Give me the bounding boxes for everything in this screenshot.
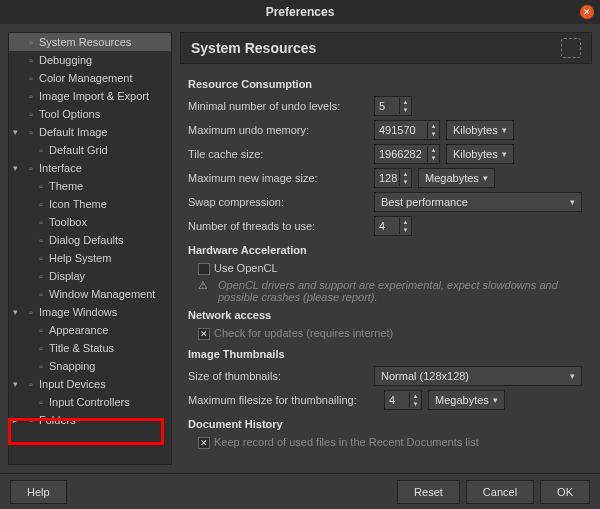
reset-button[interactable]: Reset [397, 480, 460, 504]
thumbnail-size-combo[interactable]: Normal (128x128)▾ [374, 366, 582, 386]
chevron-down-icon: ▾ [493, 395, 498, 405]
close-icon[interactable]: ✕ [580, 5, 594, 19]
sidebar-item-default-grid[interactable]: ▫Default Grid [9, 141, 171, 159]
window-icon: ▫ [33, 287, 49, 301]
sidebar-item-dialog-defaults[interactable]: ▫Dialog Defaults [9, 231, 171, 249]
sidebar-item-debugging[interactable]: ▫Debugging [9, 51, 171, 69]
expander-icon: ▸ [13, 415, 23, 425]
sidebar-item-image-import-export[interactable]: ▫Image Import & Export [9, 87, 171, 105]
sidebar-item-snapping[interactable]: ▫Snapping [9, 357, 171, 375]
tile-cache-spinner[interactable]: 1966282▲▼ [374, 144, 440, 164]
sidebar-item-interface[interactable]: ▾▫Interface [9, 159, 171, 177]
use-opencl-checkbox[interactable] [198, 263, 210, 275]
folder-icon: ▫ [23, 413, 39, 427]
sidebar-item-theme[interactable]: ▫Theme [9, 177, 171, 195]
sidebar-item-input-controllers[interactable]: ▫Input Controllers [9, 393, 171, 411]
sidebar-item-label: Tool Options [39, 108, 100, 120]
undo-memory-spinner[interactable]: 491570▲▼ [374, 120, 440, 140]
sidebar-item-icon-theme[interactable]: ▫Icon Theme [9, 195, 171, 213]
thumbnail-maxfs-unit-combo[interactable]: Megabytes▾ [428, 390, 505, 410]
sidebar-item-input-devices[interactable]: ▾▫Input Devices [9, 375, 171, 393]
swap-compression-label: Swap compression: [188, 196, 368, 208]
sidebar-item-window-management[interactable]: ▫Window Management [9, 285, 171, 303]
interface-icon: ▫ [23, 161, 39, 175]
expander-icon: ▾ [13, 127, 23, 137]
check-updates-label: Check for updates (requires internet) [214, 327, 393, 339]
display-icon: ▫ [33, 269, 49, 283]
chip-icon [561, 38, 581, 58]
sidebar-item-appearance[interactable]: ▫Appearance [9, 321, 171, 339]
threads-spinner[interactable]: 4▲▼ [374, 216, 412, 236]
thumbnail-maxfs-spinner[interactable]: 4▲▼ [384, 390, 422, 410]
section-hardware-acceleration: Hardware Acceleration [188, 244, 590, 256]
tool-icon: ▫ [23, 107, 39, 121]
input-icon: ▫ [23, 377, 39, 391]
swap-compression-combo[interactable]: Best performance▾ [374, 192, 582, 212]
titlebar: Preferences ✕ [0, 0, 600, 24]
sidebar: ▫System Resources▫Debugging▫Color Manage… [8, 32, 172, 465]
undo-memory-unit-combo[interactable]: Kilobytes▾ [446, 120, 514, 140]
appear-icon: ▫ [33, 323, 49, 337]
grid-icon: ▫ [33, 143, 49, 157]
bug-icon: ▫ [23, 53, 39, 67]
warning-icon: ⚠ [198, 279, 212, 293]
tile-cache-unit-combo[interactable]: Kilobytes▾ [446, 144, 514, 164]
sidebar-item-help-system[interactable]: ▫Help System [9, 249, 171, 267]
sidebar-item-label: Theme [49, 180, 83, 192]
sidebar-item-label: Appearance [49, 324, 108, 336]
section-resource-consumption: Resource Consumption [188, 78, 590, 90]
sidebar-item-label: Folders [39, 414, 76, 426]
sidebar-item-label: Color Management [39, 72, 133, 84]
ctrl-icon: ▫ [33, 395, 49, 409]
undo-levels-label: Minimal number of undo levels: [188, 100, 368, 112]
new-image-unit-combo[interactable]: Megabytes▾ [418, 168, 495, 188]
undo-levels-spinner[interactable]: 5▲▼ [374, 96, 412, 116]
sidebar-item-display[interactable]: ▫Display [9, 267, 171, 285]
title-icon: ▫ [33, 341, 49, 355]
sidebar-item-label: System Resources [39, 36, 131, 48]
snap-icon: ▫ [33, 359, 49, 373]
sidebar-item-label: Display [49, 270, 85, 282]
help-button[interactable]: Help [10, 480, 67, 504]
chevron-down-icon: ▾ [502, 125, 507, 135]
new-image-size-label: Maximum new image size: [188, 172, 368, 184]
keep-record-label: Keep record of used files in the Recent … [214, 436, 479, 448]
cancel-button[interactable]: Cancel [466, 480, 534, 504]
dialog-icon: ▫ [33, 233, 49, 247]
section-network-access: Network access [188, 309, 590, 321]
sidebar-item-tool-options[interactable]: ▫Tool Options [9, 105, 171, 123]
theme-icon: ▫ [33, 179, 49, 193]
image-icon: ▫ [23, 125, 39, 139]
section-image-thumbnails: Image Thumbnails [188, 348, 590, 360]
keep-record-checkbox[interactable] [198, 437, 210, 449]
ok-button[interactable]: OK [540, 480, 590, 504]
import-icon: ▫ [23, 89, 39, 103]
sidebar-item-label: Snapping [49, 360, 96, 372]
section-document-history: Document History [188, 418, 590, 430]
chevron-down-icon: ▾ [483, 173, 488, 183]
sidebar-item-system-resources[interactable]: ▫System Resources [9, 33, 171, 51]
expander-icon: ▾ [13, 163, 23, 173]
sidebar-item-image-windows[interactable]: ▾▫Image Windows [9, 303, 171, 321]
check-updates-checkbox[interactable] [198, 328, 210, 340]
tile-cache-label: Tile cache size: [188, 148, 368, 160]
thumbnail-maxfs-label: Maximum filesize for thumbnailing: [188, 394, 378, 406]
sidebar-item-label: Help System [49, 252, 111, 264]
sidebar-item-label: Image Windows [39, 306, 117, 318]
sidebar-item-label: Icon Theme [49, 198, 107, 210]
new-image-size-spinner[interactable]: 128▲▼ [374, 168, 412, 188]
sidebar-item-label: Input Controllers [49, 396, 130, 408]
sidebar-item-label: Image Import & Export [39, 90, 149, 102]
sidebar-item-color-management[interactable]: ▫Color Management [9, 69, 171, 87]
help-icon: ▫ [33, 251, 49, 265]
sidebar-item-label: Input Devices [39, 378, 106, 390]
sidebar-item-folders[interactable]: ▸▫Folders [9, 411, 171, 429]
sidebar-item-default-image[interactable]: ▾▫Default Image [9, 123, 171, 141]
sidebar-item-label: Dialog Defaults [49, 234, 124, 246]
sidebar-item-label: Debugging [39, 54, 92, 66]
icontheme-icon: ▫ [33, 197, 49, 211]
expander-icon: ▾ [13, 307, 23, 317]
chip-icon: ▫ [23, 35, 39, 49]
sidebar-item-toolbox[interactable]: ▫Toolbox [9, 213, 171, 231]
sidebar-item-title-status[interactable]: ▫Title & Status [9, 339, 171, 357]
